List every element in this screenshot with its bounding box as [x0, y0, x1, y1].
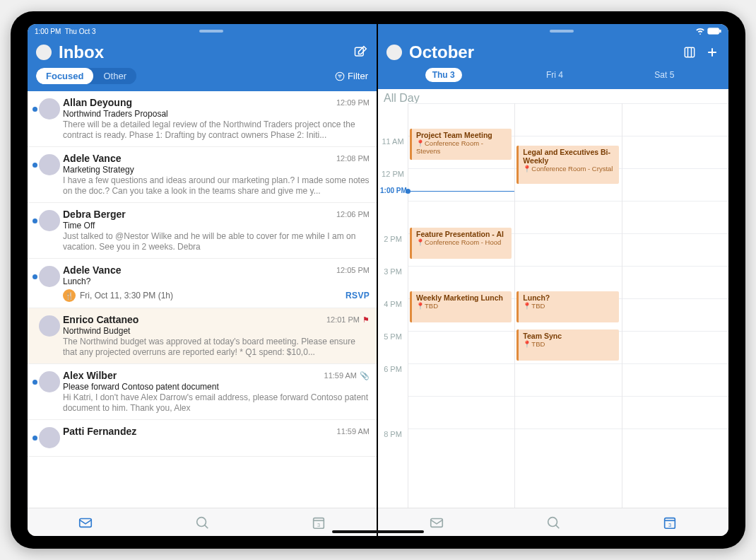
tab-focused[interactable]: Focused [36, 68, 93, 84]
message-preview: Hi Katri, I don't have Alex Darrow's ema… [63, 392, 370, 414]
filter-label: Filter [348, 71, 368, 81]
message-row[interactable]: Enrico Cattaneo12:01 PM ⚑Northwind Budge… [28, 308, 377, 364]
new-event-button[interactable] [704, 45, 720, 60]
battery-icon [707, 28, 721, 35]
message-subject: Northwind Budget [63, 326, 370, 336]
day-tab[interactable]: Fri 4 [539, 68, 570, 82]
nav-mail[interactable] [77, 514, 94, 531]
sender-name: Adele Vance [63, 153, 336, 164]
calendar-grid[interactable]: 11 AM12 PM2 PM3 PM4 PM5 PM6 PM8 PM 1:00 … [378, 103, 728, 508]
message-time: 12:08 PM [336, 153, 370, 164]
day-tab[interactable]: Sat 5 [647, 68, 681, 82]
message-preview: I have a few questions and ideas around … [63, 175, 370, 197]
nav-search-2[interactable] [545, 514, 562, 531]
unread-dot [33, 274, 37, 279]
hour-label: 8 PM [378, 428, 408, 461]
unread-dot [33, 107, 37, 112]
calendar-column-1[interactable]: Legal and Executives Bi-Weekly📍Conferenc… [514, 103, 621, 508]
nav-calendar[interactable]: 3 [310, 514, 327, 531]
hour-label [378, 201, 408, 233]
sender-name: Patti Fernandez [63, 426, 337, 437]
home-indicator[interactable] [332, 530, 424, 533]
event-location: 📍TBD [416, 302, 507, 310]
hour-label: 2 PM [378, 233, 408, 266]
message-preview: The Northwind budget was approved at tod… [63, 337, 370, 358]
message-list[interactable]: Allan Deyoung12:09 PMNorthwind Traders P… [28, 91, 377, 508]
calendar-event[interactable]: Legal and Executives Bi-Weekly📍Conferenc… [516, 146, 618, 184]
event-title: Project Team Meeting [416, 131, 507, 139]
calendar-account-avatar[interactable] [386, 45, 402, 60]
day-selector: Thu 3Fri 4Sat 5 [386, 68, 720, 82]
calendar-bottom-nav: 3 [378, 508, 728, 536]
message-row[interactable]: Patti Fernandez11:59 AM [28, 420, 377, 457]
calendar-event[interactable]: Weekly Marketing Lunch📍TBD [410, 291, 512, 322]
calendar-event[interactable]: Project Team Meeting📍Conference Room - S… [410, 129, 512, 160]
calendar-event[interactable]: Feature Presentation - AI📍Conference Roo… [410, 228, 512, 259]
view-toggle-button[interactable] [682, 45, 697, 60]
calendar-event[interactable]: Lunch?📍TBD [516, 291, 618, 322]
wifi-icon [695, 28, 705, 35]
message-subject: Northwind Traders Proposal [63, 109, 370, 119]
calendar-column-2[interactable] [622, 103, 728, 508]
unread-dot [33, 218, 37, 223]
hour-label: 11 AM [378, 136, 408, 168]
event-location: 📍Conference Room - Hood [416, 238, 507, 246]
svg-text:3: 3 [668, 521, 671, 527]
message-time: 12:09 PM [336, 97, 370, 108]
status-bar-right [378, 24, 728, 38]
calendar-header: October Thu 3Fri 4Sat 5 [378, 38, 728, 89]
event-title: Weekly Marketing Lunch [416, 293, 507, 302]
attachment-icon: 📎 [360, 371, 370, 380]
mail-title: Inbox [59, 42, 345, 62]
hour-label: 5 PM [378, 331, 408, 363]
calendar-event[interactable]: Team Sync📍TBD [516, 329, 618, 361]
screen: 1:00 PM Thu Oct 3 Inbox Focused Other Fi [28, 24, 728, 536]
sender-name: Alex Wilber [63, 370, 324, 381]
nav-calendar-2[interactable]: 3 [661, 514, 678, 531]
message-subject: Please forward Contoso patent document [63, 382, 370, 392]
event-grid[interactable]: 1:00 PM Project Team Meeting📍Conference … [408, 103, 728, 508]
fork-knife-icon: 🍴 [63, 289, 76, 302]
message-row[interactable]: Debra Berger12:06 PMTime OffJust talked … [28, 203, 377, 259]
unread-dot [33, 163, 37, 168]
message-preview: There will be a detailed legal review of… [63, 119, 370, 141]
hour-label: 3 PM [378, 266, 408, 298]
nav-mail-2[interactable] [428, 514, 445, 531]
message-row[interactable]: Allan Deyoung12:09 PMNorthwind Traders P… [28, 91, 377, 147]
message-time: 12:05 PM [336, 264, 370, 276]
account-avatar[interactable] [36, 45, 52, 60]
status-time: 1:00 PM [35, 28, 61, 35]
calendar-column-0[interactable]: 1:00 PM Project Team Meeting📍Conference … [408, 103, 514, 508]
svg-rect-9 [430, 518, 442, 527]
ipad-frame: 1:00 PM Thu Oct 3 Inbox Focused Other Fi [11, 11, 745, 549]
svg-point-10 [548, 517, 557, 526]
message-row[interactable]: Adele Vance12:05 PMLunch?🍴Fri, Oct 11, 3… [28, 259, 377, 308]
time-labels: 11 AM12 PM2 PM3 PM4 PM5 PM6 PM8 PM [378, 103, 408, 508]
nav-search[interactable] [194, 514, 211, 531]
event-title: Feature Presentation - AI [416, 230, 507, 238]
event-title: Lunch? [523, 293, 614, 302]
sender-name: Debra Berger [63, 209, 336, 220]
tab-other[interactable]: Other [93, 68, 136, 84]
rsvp-button[interactable]: RSVP [345, 291, 370, 301]
unread-dot [33, 436, 37, 441]
mail-bottom-nav: 3 [28, 508, 377, 536]
sender-name: Allan Deyoung [63, 97, 336, 108]
message-time: 12:06 PM [336, 209, 370, 220]
compose-button[interactable] [353, 45, 368, 60]
message-row[interactable]: Adele Vance12:08 PMMarketing StrategyI h… [28, 147, 377, 203]
calendar-pane: October Thu 3Fri 4Sat 5 All Day 11 AM12 … [378, 24, 728, 536]
status-bar-left: 1:00 PM Thu Oct 3 [28, 24, 377, 38]
multitask-handle-right[interactable] [550, 30, 574, 33]
multitask-handle[interactable] [199, 30, 223, 33]
day-tab[interactable]: Thu 3 [425, 68, 462, 82]
svg-rect-7 [720, 30, 721, 32]
event-title: Legal and Executives Bi-Weekly [523, 148, 614, 165]
filter-button[interactable]: Filter [335, 71, 368, 81]
calendar-title: October [409, 42, 675, 62]
hour-label: 6 PM [378, 363, 408, 396]
message-subject: Time Off [63, 221, 370, 231]
sender-name: Enrico Cattaneo [63, 314, 326, 325]
message-row[interactable]: Alex Wilber11:59 AM 📎Please forward Cont… [28, 364, 377, 420]
svg-rect-2 [80, 518, 92, 527]
